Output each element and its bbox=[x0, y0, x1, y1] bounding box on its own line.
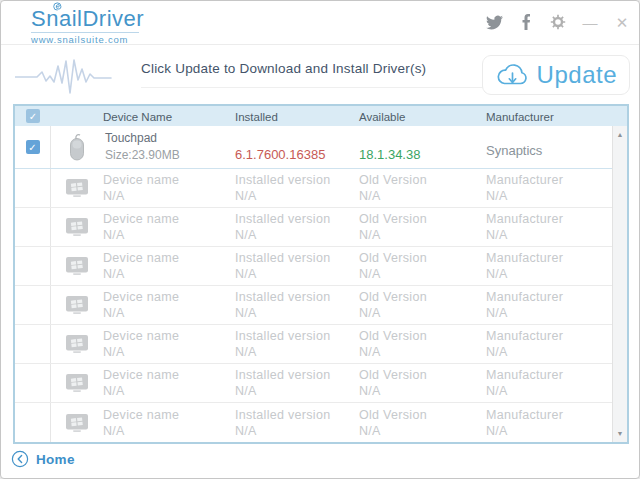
installed-version: 6.1.7600.16385 bbox=[235, 147, 325, 162]
placeholder-installed-value: N/A bbox=[235, 266, 359, 282]
placeholder-manufacturer: Manufacturer bbox=[486, 407, 612, 423]
placeholder-installed: Installed version bbox=[235, 250, 359, 266]
installed-placeholder-cell: Installed version N/A bbox=[235, 289, 359, 321]
installed-placeholder-cell: Installed version N/A bbox=[235, 250, 359, 282]
header-manufacturer[interactable]: Manufacturer bbox=[486, 110, 627, 123]
table-row-placeholder[interactable]: Device name N/A Installed version N/A Ol… bbox=[15, 325, 612, 364]
table-row-placeholder[interactable]: Device name N/A Installed version N/A Ol… bbox=[15, 169, 612, 208]
manufacturer-placeholder-cell: Manufacturer N/A bbox=[486, 211, 612, 243]
available-placeholder-cell: Old Version N/A bbox=[359, 328, 486, 360]
placeholder-manufacturer: Manufacturer bbox=[486, 328, 612, 344]
available-placeholder-cell: Old Version N/A bbox=[359, 367, 486, 399]
table-header-row: ✓ Device Name Installed Available Manufa… bbox=[15, 106, 627, 126]
table-row-placeholder[interactable]: Device name N/A Installed version N/A Ol… bbox=[15, 364, 612, 403]
header-installed[interactable]: Installed bbox=[235, 110, 359, 123]
logo-url: www.snailsuite.com bbox=[31, 35, 144, 45]
installed-placeholder-cell: Installed version N/A bbox=[235, 407, 359, 439]
manufacturer-placeholder-cell: Manufacturer N/A bbox=[486, 367, 612, 399]
row-checkbox-cell bbox=[15, 325, 51, 363]
row-checkbox-cell bbox=[15, 169, 51, 207]
placeholder-installed: Installed version bbox=[235, 407, 359, 423]
available-placeholder-cell: Old Version N/A bbox=[359, 289, 486, 321]
placeholder-installed: Installed version bbox=[235, 289, 359, 305]
placeholder-device-name-value: N/A bbox=[103, 305, 235, 321]
device-name-placeholder-cell: Device name N/A bbox=[103, 172, 235, 204]
placeholder-installed-value: N/A bbox=[235, 344, 359, 360]
manufacturer-placeholder-cell: Manufacturer N/A bbox=[486, 289, 612, 321]
placeholder-old-version: Old Version bbox=[359, 172, 486, 188]
scrollbar-up-icon[interactable]: ▲ bbox=[613, 131, 627, 138]
placeholder-manufacturer: Manufacturer bbox=[486, 367, 612, 383]
device-name-cell: Touchpad Size:23.90MB bbox=[103, 126, 235, 168]
table-row-placeholder[interactable]: Device name N/A Installed version N/A Ol… bbox=[15, 403, 612, 442]
row-checkbox-cell bbox=[15, 247, 51, 285]
twitter-icon[interactable] bbox=[485, 13, 503, 31]
installed-placeholder-cell: Installed version N/A bbox=[235, 211, 359, 243]
table-row-placeholder[interactable]: Device name N/A Installed version N/A Ol… bbox=[15, 208, 612, 247]
placeholder-old-version: Old Version bbox=[359, 211, 486, 227]
placeholder-device-name: Device name bbox=[103, 367, 235, 383]
installed-placeholder-cell: Installed version N/A bbox=[235, 367, 359, 399]
device-name-placeholder-cell: Device name N/A bbox=[103, 250, 235, 282]
table-row-placeholder[interactable]: Device name N/A Installed version N/A Ol… bbox=[15, 286, 612, 325]
back-circle-icon bbox=[11, 450, 29, 468]
generic-device-icon bbox=[51, 208, 103, 246]
placeholder-old-version: Old Version bbox=[359, 328, 486, 344]
installed-version-cell: 6.1.7600.16385 bbox=[235, 126, 359, 168]
topbar: SnailDriver www.snailsuite.com bbox=[1, 1, 639, 45]
row-checkbox-cell bbox=[15, 403, 51, 442]
placeholder-device-name: Device name bbox=[103, 289, 235, 305]
app-title: SnailDriver bbox=[31, 8, 144, 30]
banner: Click Update to Download and Install Dri… bbox=[1, 45, 639, 103]
placeholder-manufacturer-value: N/A bbox=[486, 227, 612, 243]
device-name-placeholder-cell: Device name N/A bbox=[103, 367, 235, 399]
device-size: Size:23.90MB bbox=[105, 148, 235, 162]
close-icon[interactable]: ✕ bbox=[613, 13, 631, 31]
manufacturer-placeholder-cell: Manufacturer N/A bbox=[486, 250, 612, 282]
placeholder-manufacturer-value: N/A bbox=[486, 188, 612, 204]
device-name-placeholder-cell: Device name N/A bbox=[103, 289, 235, 321]
placeholder-device-name-value: N/A bbox=[103, 188, 235, 204]
row-checkbox-cell bbox=[15, 208, 51, 246]
header-available[interactable]: Available bbox=[359, 110, 486, 123]
logo-divider bbox=[31, 32, 139, 33]
facebook-icon[interactable] bbox=[517, 13, 535, 31]
table-row-placeholder[interactable]: Device name N/A Installed version N/A Ol… bbox=[15, 247, 612, 286]
generic-device-icon bbox=[51, 403, 103, 442]
driver-table: ✓ Device Name Installed Available Manufa… bbox=[13, 104, 629, 444]
placeholder-installed-value: N/A bbox=[235, 423, 359, 439]
available-placeholder-cell: Old Version N/A bbox=[359, 407, 486, 439]
row-checkbox[interactable]: ✓ bbox=[26, 140, 40, 154]
generic-device-icon bbox=[51, 247, 103, 285]
placeholder-installed: Installed version bbox=[235, 172, 359, 188]
settings-gear-icon[interactable] bbox=[549, 13, 567, 31]
table-row-touchpad[interactable]: ✓ Touchpad Size:23.90MB 6.1 bbox=[15, 126, 612, 169]
instruction-text: Click Update to Download and Install Dri… bbox=[141, 61, 426, 76]
placeholder-old-version-value: N/A bbox=[359, 423, 486, 439]
update-button[interactable]: Update bbox=[482, 55, 630, 95]
placeholder-old-version-value: N/A bbox=[359, 188, 486, 204]
placeholder-device-name: Device name bbox=[103, 211, 235, 227]
placeholder-manufacturer-value: N/A bbox=[486, 266, 612, 282]
minimize-icon[interactable]: — bbox=[581, 13, 599, 31]
placeholder-installed: Installed version bbox=[235, 367, 359, 383]
placeholder-device-name: Device name bbox=[103, 250, 235, 266]
generic-device-icon bbox=[51, 325, 103, 363]
select-all-checkbox[interactable]: ✓ bbox=[26, 109, 40, 123]
home-button[interactable]: Home bbox=[11, 450, 75, 468]
row-checkbox-cell bbox=[15, 364, 51, 402]
placeholder-old-version: Old Version bbox=[359, 407, 486, 423]
header-device-name[interactable]: Device Name bbox=[103, 110, 235, 123]
app-window: SnailDriver www.snailsuite.com bbox=[0, 0, 640, 479]
installed-placeholder-cell: Installed version N/A bbox=[235, 172, 359, 204]
manufacturer-placeholder-cell: Manufacturer N/A bbox=[486, 328, 612, 360]
placeholder-old-version-value: N/A bbox=[359, 227, 486, 243]
table-scrollbar[interactable]: ▲ ▼ bbox=[612, 126, 627, 442]
placeholder-old-version: Old Version bbox=[359, 289, 486, 305]
placeholder-installed-value: N/A bbox=[235, 188, 359, 204]
snail-shell-icon bbox=[52, 2, 63, 11]
scrollbar-down-icon[interactable]: ▼ bbox=[613, 430, 627, 437]
placeholder-manufacturer-value: N/A bbox=[486, 423, 612, 439]
placeholder-manufacturer: Manufacturer bbox=[486, 172, 612, 188]
device-name-placeholder-cell: Device name N/A bbox=[103, 211, 235, 243]
